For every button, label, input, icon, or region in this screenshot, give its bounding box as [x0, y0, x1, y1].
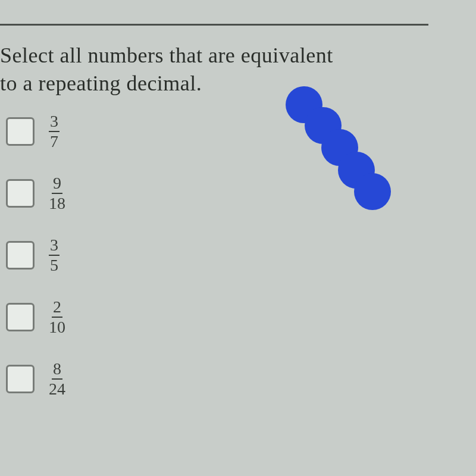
question-line-1: Select all numbers that are equivalent: [0, 42, 476, 70]
denominator: 5: [49, 256, 60, 274]
question-line-2: to a repeating decimal.: [0, 70, 476, 98]
option-checkbox-3[interactable]: [6, 241, 35, 270]
denominator: 18: [49, 194, 65, 212]
fraction-2: 9 18: [49, 175, 65, 212]
option-row: 2 10: [6, 299, 65, 336]
fraction-4: 2 10: [49, 299, 65, 336]
options-list: 3 7 9 18 3 5 2 10 8 24: [6, 113, 65, 422]
option-checkbox-4[interactable]: [6, 303, 35, 331]
question-container: Select all numbers that are equivalent t…: [0, 42, 476, 98]
numerator: 3: [49, 237, 60, 256]
option-row: 3 5: [6, 237, 65, 274]
numerator: 3: [49, 113, 60, 132]
numerator: 2: [52, 299, 62, 318]
option-checkbox-2[interactable]: [6, 179, 35, 208]
fraction-5: 8 24: [49, 361, 65, 397]
numerator: 8: [52, 361, 62, 380]
denominator: 10: [49, 318, 65, 336]
option-row: 8 24: [6, 361, 65, 397]
option-row: 3 7: [6, 113, 65, 150]
top-divider: [0, 24, 428, 26]
fraction-3: 3 5: [49, 237, 60, 274]
numerator: 9: [52, 175, 62, 194]
dot-icon: [354, 173, 391, 210]
option-checkbox-1[interactable]: [6, 117, 35, 146]
option-checkbox-5[interactable]: [6, 365, 35, 393]
fraction-1: 3 7: [49, 113, 60, 150]
option-row: 9 18: [6, 175, 65, 212]
denominator: 7: [49, 132, 60, 150]
denominator: 24: [49, 380, 65, 397]
